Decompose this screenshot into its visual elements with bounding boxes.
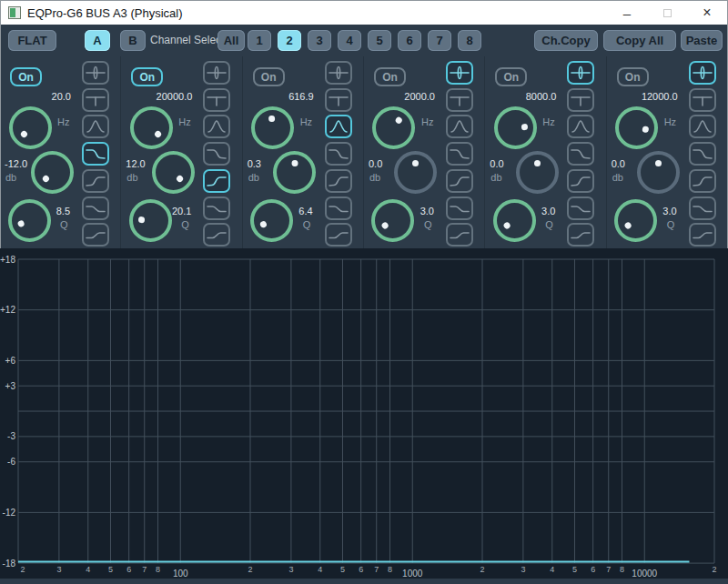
band-4-filter-highpass-button[interactable] [446,169,473,193]
channel-button-7[interactable]: 7 [428,30,451,51]
band-1-frequency-knob[interactable] [9,106,52,149]
band-5-filter-peak-button[interactable] [567,61,594,85]
band-3-gain-knob[interactable] [273,151,316,194]
band-5-filter-bandpass-button[interactable] [567,115,594,138]
band-6-on-button[interactable]: On [617,67,649,86]
bandpass-filter-icon [692,118,713,135]
band-1-q-knob[interactable] [8,199,51,242]
band-4-filter-notch-button[interactable] [446,88,473,112]
band-5-frequency-unit: Hz [542,116,554,127]
band-3-filter-shelf-down-button[interactable] [325,196,352,220]
highpass-filter-icon [85,173,106,189]
band-3-filter-peak-button[interactable] [325,61,352,85]
eq-band-2: On20000.0Hz12.0db20.1Q [121,56,242,248]
freq-axis-label: 4 [550,565,554,574]
band-3-frequency-knob[interactable] [251,106,294,149]
ab-button-a[interactable]: A [85,30,110,51]
notch-filter-icon [570,92,592,108]
band-1-filter-lowpass-button[interactable] [82,142,109,166]
channel-button-1[interactable]: 1 [248,30,271,51]
band-2-filter-lowpass-button[interactable] [203,142,230,166]
band-4-frequency-unit: Hz [421,116,433,127]
band-1-filter-peak-button[interactable] [82,61,109,85]
band-6-filter-shelf-up-button[interactable] [689,223,716,247]
channel-button-6[interactable]: 6 [398,30,421,51]
band-5-q-knob[interactable] [493,199,536,242]
band-6-filter-shelf-down-button[interactable] [689,196,716,220]
band-4-frequency-knob[interactable] [372,106,415,149]
band-6-gain-knob-indicator-dot [655,160,662,166]
db-axis-label: +3 [5,381,16,391]
copy-all-button[interactable]: Copy All [603,30,676,51]
paste-button[interactable]: Paste [681,30,723,51]
band-1-filter-shelf-up-button[interactable] [82,223,109,247]
band-5-filter-notch-button[interactable] [567,88,594,112]
band-4-filter-shelf-down-button[interactable] [446,196,473,220]
band-6-gain-knob[interactable] [637,151,680,194]
ch-copy-button[interactable]: Ch.Copy [534,30,598,51]
band-6-q-knob[interactable] [614,199,657,242]
band-5-gain-knob[interactable] [516,151,559,194]
band-3-filter-shelf-up-button[interactable] [325,223,352,247]
band-5-q-knob-indicator-dot [502,221,511,230]
band-6-filter-lowpass-button[interactable] [689,142,716,166]
eq-band-3: On616.9Hz0.3db6.4Q [243,56,364,248]
band-3-filter-bandpass-button[interactable] [325,115,352,138]
band-2-filter-notch-button[interactable] [203,88,230,112]
band-1-gain-knob[interactable] [31,151,74,194]
band-6-frequency-knob[interactable] [615,106,658,149]
channel-button-all[interactable]: All [217,30,245,51]
band-2-filter-shelf-down-button[interactable] [203,196,230,220]
band-4-filter-lowpass-button[interactable] [446,142,473,166]
band-5-filter-shelf-up-button[interactable] [567,223,594,247]
band-6-filter-highpass-button[interactable] [689,169,716,193]
graph-background [0,248,728,579]
band-1-filter-notch-button[interactable] [82,88,109,112]
band-3-frequency-knob-indicator-dot [268,115,276,122]
minimize-button[interactable]: – [607,1,647,25]
band-2-filter-bandpass-button[interactable] [203,115,230,138]
band-1-filter-bandpass-button[interactable] [82,115,109,138]
band-1-on-button[interactable]: On [10,67,42,86]
channel-button-2[interactable]: 2 [278,30,301,51]
band-1-filter-shelf-down-button[interactable] [82,196,109,220]
band-5-filter-shelf-down-button[interactable] [567,196,594,220]
band-6-filter-bandpass-button[interactable] [689,115,716,138]
band-2-on-button[interactable]: On [131,67,163,86]
band-2-frequency-knob[interactable] [130,106,173,149]
band-5-frequency-knob[interactable] [494,106,537,149]
channel-button-3[interactable]: 3 [308,30,331,51]
band-3-frequency-unit: Hz [300,116,312,127]
band-3-q-knob[interactable] [250,199,293,242]
band-3-filter-lowpass-button[interactable] [325,142,352,166]
band-3-filter-highpass-button[interactable] [325,169,352,193]
band-5-gain-knob-indicator-rotor [520,155,555,190]
band-4-gain-knob[interactable] [394,151,437,194]
band-1-filter-highpass-button[interactable] [82,169,109,193]
band-4-q-knob[interactable] [371,199,414,242]
channel-button-8[interactable]: 8 [458,30,481,51]
lowpass-filter-icon [692,146,713,162]
close-button[interactable]: × [687,1,727,25]
band-4-on-button[interactable]: On [374,67,406,86]
band-5-on-button[interactable]: On [495,67,527,86]
band-2-gain-knob[interactable] [152,151,195,194]
band-2-filter-shelf-up-button[interactable] [203,223,230,247]
band-3-filter-notch-button[interactable] [325,88,352,112]
band-4-filter-shelf-up-button[interactable] [446,223,473,247]
band-6-filter-peak-button[interactable] [689,61,716,85]
band-1-frequency-knob-indicator-rotor [5,102,55,152]
band-4-filter-peak-button[interactable] [446,61,473,85]
flat-button[interactable]: FLAT [8,30,56,51]
band-3-on-button[interactable]: On [253,67,285,86]
ab-button-b[interactable]: B [120,30,146,51]
band-2-filter-highpass-button[interactable] [203,169,230,193]
band-4-filter-bandpass-button[interactable] [446,115,473,138]
channel-button-4[interactable]: 4 [338,30,361,51]
channel-button-5[interactable]: 5 [368,30,391,51]
band-6-filter-notch-button[interactable] [689,88,716,112]
band-2-q-knob[interactable] [129,199,172,242]
band-5-filter-highpass-button[interactable] [567,169,594,193]
band-2-filter-peak-button[interactable] [203,61,230,85]
band-5-filter-lowpass-button[interactable] [567,142,594,166]
